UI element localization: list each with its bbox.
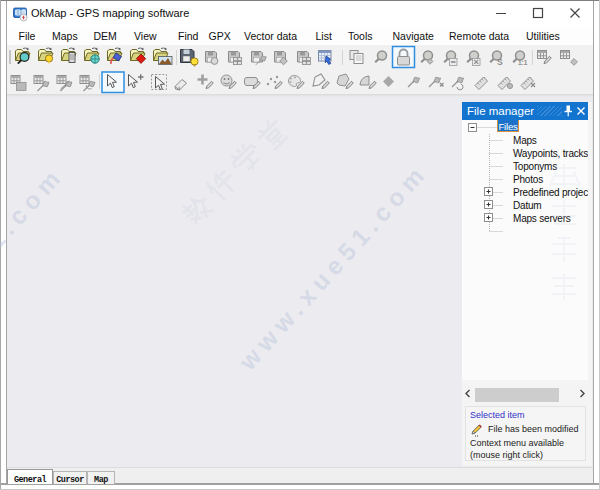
svg-text:S: S [497, 57, 503, 67]
svg-text:1:1: 1:1 [518, 59, 528, 66]
